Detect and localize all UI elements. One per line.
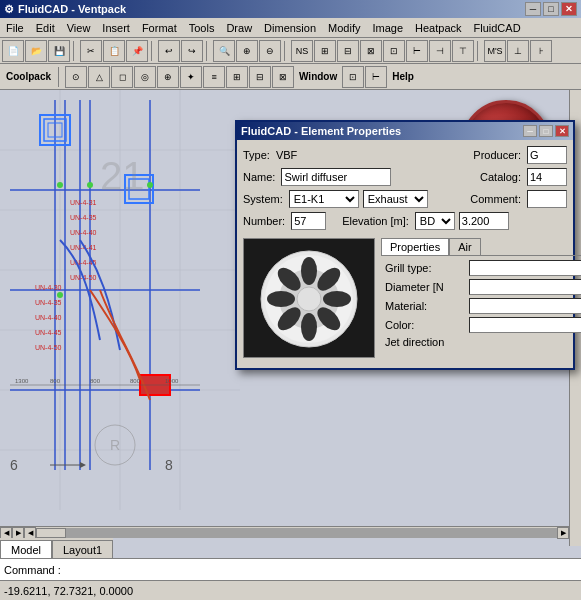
menu-heatpack[interactable]: Heatpack — [409, 20, 467, 36]
system-type-select[interactable]: Exhaust — [363, 190, 428, 208]
diameter-input[interactable] — [469, 279, 581, 295]
scroll-right2[interactable]: ▶ — [12, 527, 24, 539]
menu-insert[interactable]: Insert — [96, 20, 136, 36]
catalog-input[interactable] — [527, 168, 567, 186]
dialog-close[interactable]: ✕ — [555, 125, 569, 137]
dialog-title-text: FluidCAD - Element Properties — [241, 125, 401, 137]
tool-c2[interactable]: ⊥ — [507, 40, 529, 62]
grill-type-input[interactable] — [469, 260, 581, 276]
dialog-row-system: System: E1-K1 Exhaust Comment: — [243, 190, 567, 208]
tool-c3[interactable]: ⊦ — [530, 40, 552, 62]
menu-modify[interactable]: Modify — [322, 20, 366, 36]
cool-b1[interactable]: ⊙ — [65, 66, 87, 88]
menu-fluidcad[interactable]: FluidCAD — [468, 20, 527, 36]
dialog-minimize[interactable]: ─ — [523, 125, 537, 137]
dialog-row-name: Name: Catalog: — [243, 168, 567, 186]
cool-b4[interactable]: ◎ — [134, 66, 156, 88]
comment-input[interactable] — [527, 190, 567, 208]
tool-cut[interactable]: ✂ — [80, 40, 102, 62]
dialog-tabs: Properties Air — [381, 238, 581, 256]
tool-save[interactable]: 💾 — [48, 40, 70, 62]
dialog-maximize[interactable]: □ — [539, 125, 553, 137]
tab-properties[interactable]: Properties — [381, 238, 449, 255]
scroll-left[interactable]: ◀ — [0, 527, 12, 539]
tool-b3[interactable]: ⊟ — [337, 40, 359, 62]
cool-b10[interactable]: ⊠ — [272, 66, 294, 88]
tool-b4[interactable]: ⊠ — [360, 40, 382, 62]
tool-zoom[interactable]: 🔍 — [213, 40, 235, 62]
producer-input[interactable] — [527, 146, 567, 164]
win-b2[interactable]: ⊢ — [365, 66, 387, 88]
type-label: Type: — [243, 149, 270, 161]
cool-b6[interactable]: ✦ — [180, 66, 202, 88]
horizontal-scrollbar[interactable]: ◀ ▶ ◀ ▶ — [0, 526, 569, 538]
svg-point-56 — [301, 257, 317, 285]
tool-c1[interactable]: M'S — [484, 40, 506, 62]
tool-paste[interactable]: 📌 — [126, 40, 148, 62]
menu-format[interactable]: Format — [136, 20, 183, 36]
cool-b7[interactable]: ≡ — [203, 66, 225, 88]
menu-file[interactable]: File — [0, 20, 30, 36]
svg-text:UN-4-50: UN-4-50 — [35, 344, 62, 351]
sep5 — [477, 41, 481, 61]
comment-label: Comment: — [470, 193, 521, 205]
scroll-right[interactable]: ▶ — [557, 527, 569, 539]
title-bar-left: ⚙ FluidCAD - Ventpack — [4, 3, 126, 16]
svg-text:UN-4-31: UN-4-31 — [70, 199, 97, 206]
grill-type-label: Grill type: — [385, 262, 465, 274]
cool-b8[interactable]: ⊞ — [226, 66, 248, 88]
win-b1[interactable]: ⊡ — [342, 66, 364, 88]
cool-b2[interactable]: △ — [88, 66, 110, 88]
toolbar-row1: 📄 📂 💾 ✂ 📋 📌 ↩ ↪ 🔍 ⊕ ⊖ NS ⊞ ⊟ ⊠ ⊡ ⊢ ⊣ ⊤ M… — [0, 38, 581, 64]
cool-b3[interactable]: ◻ — [111, 66, 133, 88]
number-label: Number: — [243, 215, 285, 227]
material-input[interactable] — [469, 298, 581, 314]
scroll-thumb-h[interactable] — [36, 528, 66, 538]
elevation-input[interactable] — [459, 212, 509, 230]
menu-view[interactable]: View — [61, 20, 97, 36]
tool-b5[interactable]: ⊡ — [383, 40, 405, 62]
cool-b9[interactable]: ⊟ — [249, 66, 271, 88]
color-input[interactable] — [469, 317, 581, 333]
color-label: Color: — [385, 319, 465, 331]
tool-b6[interactable]: ⊢ — [406, 40, 428, 62]
menu-edit[interactable]: Edit — [30, 20, 61, 36]
prop-jet: Jet direction — [385, 336, 581, 348]
tool-b7[interactable]: ⊣ — [429, 40, 451, 62]
minimize-button[interactable]: ─ — [525, 2, 541, 16]
jet-direction-label: Jet direction — [385, 336, 465, 348]
tool-zoom-in[interactable]: ⊕ — [236, 40, 258, 62]
close-button[interactable]: ✕ — [561, 2, 577, 16]
tool-zoom-out[interactable]: ⊖ — [259, 40, 281, 62]
name-input[interactable] — [281, 168, 391, 186]
app-title: FluidCAD - Ventpack — [18, 3, 126, 15]
tool-b8[interactable]: ⊤ — [452, 40, 474, 62]
tool-redo[interactable]: ↪ — [181, 40, 203, 62]
cool-b5[interactable]: ⊕ — [157, 66, 179, 88]
dialog-body: Type: VBF Producer: Name: Catalog: Syste… — [237, 140, 573, 368]
prop-diameter: Diameter [N — [385, 279, 581, 295]
menu-draw[interactable]: Draw — [220, 20, 258, 36]
scroll-left2[interactable]: ◀ — [24, 527, 36, 539]
tab-layout1[interactable]: Layout1 — [52, 540, 113, 558]
svg-text:800: 800 — [90, 378, 101, 384]
tool-open[interactable]: 📂 — [25, 40, 47, 62]
maximize-button[interactable]: □ — [543, 2, 559, 16]
scroll-track-h[interactable] — [36, 528, 557, 538]
dialog-row-number: Number: Elevation [m]: BD — [243, 212, 567, 230]
tab-air[interactable]: Air — [449, 238, 480, 255]
tool-copy[interactable]: 📋 — [103, 40, 125, 62]
command-input[interactable] — [61, 564, 577, 576]
tool-undo[interactable]: ↩ — [158, 40, 180, 62]
tool-new[interactable]: 📄 — [2, 40, 24, 62]
menu-tools[interactable]: Tools — [183, 20, 221, 36]
tool-b2[interactable]: ⊞ — [314, 40, 336, 62]
number-input[interactable] — [291, 212, 326, 230]
menu-dimension[interactable]: Dimension — [258, 20, 322, 36]
tab-model[interactable]: Model — [0, 540, 52, 558]
menu-image[interactable]: Image — [366, 20, 409, 36]
tool-b1[interactable]: NS — [291, 40, 313, 62]
elevation-bd-select[interactable]: BD — [415, 212, 455, 230]
system-select[interactable]: E1-K1 — [289, 190, 359, 208]
svg-text:1300: 1300 — [15, 378, 29, 384]
